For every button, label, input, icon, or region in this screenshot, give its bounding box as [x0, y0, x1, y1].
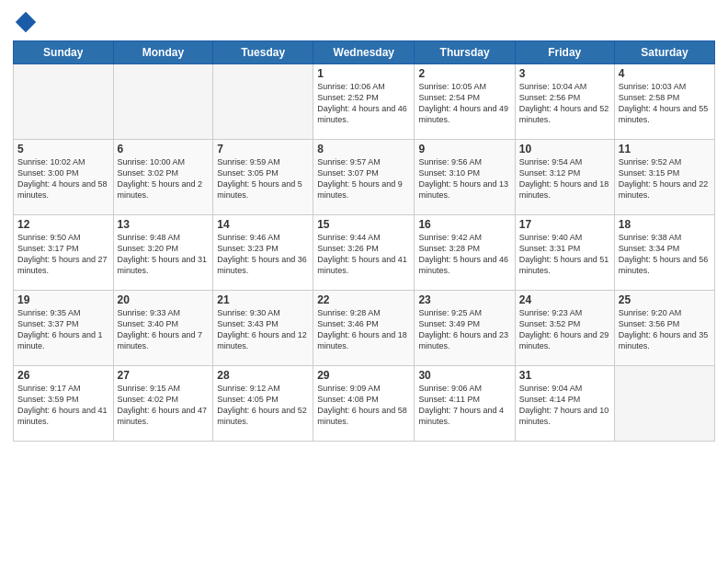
day-number: 26 — [17, 369, 109, 382]
day-content: Sunrise: 9:33 AM Sunset: 3:40 PM Dayligh… — [118, 307, 210, 352]
day-number: 8 — [317, 143, 410, 155]
svg-marker-0 — [16, 12, 36, 32]
day-content: Sunrise: 9:28 AM Sunset: 3:46 PM Dayligh… — [317, 307, 410, 352]
day-content: Sunrise: 9:40 AM Sunset: 3:31 PM Dayligh… — [519, 232, 610, 277]
day-number: 3 — [519, 67, 610, 80]
day-content: Sunrise: 9:48 AM Sunset: 3:20 PM Dayligh… — [118, 232, 210, 277]
day-content: Sunrise: 10:04 AM Sunset: 2:56 PM Daylig… — [519, 81, 610, 126]
header — [13, 9, 715, 35]
calendar-cell: 8Sunrise: 9:57 AM Sunset: 3:07 PM Daylig… — [313, 140, 415, 215]
calendar-cell: 30Sunrise: 9:06 AM Sunset: 4:11 PM Dayli… — [415, 366, 515, 442]
day-number: 29 — [317, 369, 410, 382]
calendar-cell: 19Sunrise: 9:35 AM Sunset: 3:37 PM Dayli… — [14, 291, 114, 366]
day-number: 14 — [217, 218, 309, 231]
calendar-day-header: Sunday — [14, 41, 114, 64]
day-content: Sunrise: 9:46 AM Sunset: 3:23 PM Dayligh… — [217, 232, 309, 277]
day-content: Sunrise: 9:50 AM Sunset: 3:17 PM Dayligh… — [17, 232, 109, 277]
logo-icon — [13, 9, 39, 35]
calendar-cell: 15Sunrise: 9:44 AM Sunset: 3:26 PM Dayli… — [313, 215, 415, 291]
day-number: 5 — [17, 143, 109, 155]
calendar-cell: 13Sunrise: 9:48 AM Sunset: 3:20 PM Dayli… — [113, 215, 213, 291]
calendar-week-row: 5Sunrise: 10:02 AM Sunset: 3:00 PM Dayli… — [14, 140, 715, 215]
calendar-cell: 12Sunrise: 9:50 AM Sunset: 3:17 PM Dayli… — [14, 215, 114, 291]
day-number: 1 — [317, 67, 410, 80]
day-content: Sunrise: 9:25 AM Sunset: 3:49 PM Dayligh… — [418, 307, 510, 352]
day-content: Sunrise: 9:52 AM Sunset: 3:15 PM Dayligh… — [619, 156, 711, 201]
day-content: Sunrise: 10:03 AM Sunset: 2:58 PM Daylig… — [619, 81, 711, 126]
calendar-cell: 17Sunrise: 9:40 AM Sunset: 3:31 PM Dayli… — [515, 215, 614, 291]
day-content: Sunrise: 10:05 AM Sunset: 2:54 PM Daylig… — [418, 81, 510, 126]
calendar-cell: 25Sunrise: 9:20 AM Sunset: 3:56 PM Dayli… — [614, 291, 714, 366]
day-number: 28 — [217, 369, 309, 382]
day-content: Sunrise: 9:30 AM Sunset: 3:43 PM Dayligh… — [217, 307, 309, 352]
calendar-cell: 1Sunrise: 10:06 AM Sunset: 2:52 PM Dayli… — [313, 64, 415, 140]
day-content: Sunrise: 9:54 AM Sunset: 3:12 PM Dayligh… — [519, 156, 610, 201]
day-content: Sunrise: 9:17 AM Sunset: 3:59 PM Dayligh… — [17, 383, 109, 428]
calendar-week-row: 1Sunrise: 10:06 AM Sunset: 2:52 PM Dayli… — [14, 64, 715, 140]
day-number: 7 — [217, 143, 309, 155]
day-number: 23 — [418, 293, 510, 306]
day-content: Sunrise: 10:00 AM Sunset: 3:02 PM Daylig… — [118, 156, 210, 201]
day-content: Sunrise: 9:59 AM Sunset: 3:05 PM Dayligh… — [217, 156, 309, 201]
calendar-week-row: 26Sunrise: 9:17 AM Sunset: 3:59 PM Dayli… — [14, 366, 715, 442]
calendar-cell: 21Sunrise: 9:30 AM Sunset: 3:43 PM Dayli… — [213, 291, 313, 366]
day-number: 16 — [418, 218, 510, 231]
calendar-cell: 7Sunrise: 9:59 AM Sunset: 3:05 PM Daylig… — [213, 140, 313, 215]
day-content: Sunrise: 9:15 AM Sunset: 4:02 PM Dayligh… — [118, 383, 210, 428]
logo-area — [13, 9, 40, 35]
day-content: Sunrise: 9:04 AM Sunset: 4:14 PM Dayligh… — [519, 383, 610, 428]
calendar-week-row: 12Sunrise: 9:50 AM Sunset: 3:17 PM Dayli… — [14, 215, 715, 291]
day-content: Sunrise: 9:56 AM Sunset: 3:10 PM Dayligh… — [418, 156, 510, 201]
day-number: 25 — [619, 293, 711, 306]
day-number: 22 — [317, 293, 410, 306]
day-number: 21 — [217, 293, 309, 306]
calendar-header-row: SundayMondayTuesdayWednesdayThursdayFrid… — [14, 41, 715, 64]
day-content: Sunrise: 10:02 AM Sunset: 3:00 PM Daylig… — [17, 156, 109, 201]
day-content: Sunrise: 9:06 AM Sunset: 4:11 PM Dayligh… — [418, 383, 510, 428]
calendar-day-header: Monday — [113, 41, 213, 64]
day-content: Sunrise: 9:38 AM Sunset: 3:34 PM Dayligh… — [619, 232, 711, 277]
calendar-cell: 28Sunrise: 9:12 AM Sunset: 4:05 PM Dayli… — [213, 366, 313, 442]
day-number: 9 — [418, 143, 510, 155]
day-content: Sunrise: 9:09 AM Sunset: 4:08 PM Dayligh… — [317, 383, 410, 428]
calendar-cell: 3Sunrise: 10:04 AM Sunset: 2:56 PM Dayli… — [515, 64, 614, 140]
day-number: 18 — [619, 218, 711, 231]
calendar-cell: 5Sunrise: 10:02 AM Sunset: 3:00 PM Dayli… — [14, 140, 114, 215]
calendar-cell: 18Sunrise: 9:38 AM Sunset: 3:34 PM Dayli… — [614, 215, 714, 291]
calendar-day-header: Tuesday — [213, 41, 313, 64]
day-number: 19 — [17, 293, 109, 306]
day-number: 2 — [418, 67, 510, 80]
calendar-cell: 6Sunrise: 10:00 AM Sunset: 3:02 PM Dayli… — [113, 140, 213, 215]
day-content: Sunrise: 9:20 AM Sunset: 3:56 PM Dayligh… — [619, 307, 711, 352]
calendar-cell: 31Sunrise: 9:04 AM Sunset: 4:14 PM Dayli… — [515, 366, 614, 442]
day-number: 13 — [118, 218, 210, 231]
calendar-day-header: Thursday — [415, 41, 515, 64]
calendar-table: SundayMondayTuesdayWednesdayThursdayFrid… — [13, 40, 715, 442]
day-number: 31 — [519, 369, 610, 382]
day-content: Sunrise: 9:44 AM Sunset: 3:26 PM Dayligh… — [317, 232, 410, 277]
calendar-cell: 24Sunrise: 9:23 AM Sunset: 3:52 PM Dayli… — [515, 291, 614, 366]
calendar-week-row: 19Sunrise: 9:35 AM Sunset: 3:37 PM Dayli… — [14, 291, 715, 366]
day-number: 6 — [118, 143, 210, 155]
calendar-cell: 16Sunrise: 9:42 AM Sunset: 3:28 PM Dayli… — [415, 215, 515, 291]
calendar-cell — [213, 64, 313, 140]
calendar-day-header: Saturday — [614, 41, 714, 64]
calendar-cell: 26Sunrise: 9:17 AM Sunset: 3:59 PM Dayli… — [14, 366, 114, 442]
day-number: 17 — [519, 218, 610, 231]
calendar-cell: 22Sunrise: 9:28 AM Sunset: 3:46 PM Dayli… — [313, 291, 415, 366]
day-number: 4 — [619, 67, 711, 80]
calendar-cell — [14, 64, 114, 140]
day-number: 15 — [317, 218, 410, 231]
calendar-cell: 27Sunrise: 9:15 AM Sunset: 4:02 PM Dayli… — [113, 366, 213, 442]
page: SundayMondayTuesdayWednesdayThursdayFrid… — [0, 0, 728, 563]
calendar-cell — [113, 64, 213, 140]
calendar-day-header: Friday — [515, 41, 614, 64]
calendar-cell: 4Sunrise: 10:03 AM Sunset: 2:58 PM Dayli… — [614, 64, 714, 140]
calendar-cell: 20Sunrise: 9:33 AM Sunset: 3:40 PM Dayli… — [113, 291, 213, 366]
calendar-day-header: Wednesday — [313, 41, 415, 64]
calendar-cell: 10Sunrise: 9:54 AM Sunset: 3:12 PM Dayli… — [515, 140, 614, 215]
calendar-cell: 11Sunrise: 9:52 AM Sunset: 3:15 PM Dayli… — [614, 140, 714, 215]
day-number: 11 — [619, 143, 711, 155]
day-number: 10 — [519, 143, 610, 155]
day-content: Sunrise: 9:12 AM Sunset: 4:05 PM Dayligh… — [217, 383, 309, 428]
